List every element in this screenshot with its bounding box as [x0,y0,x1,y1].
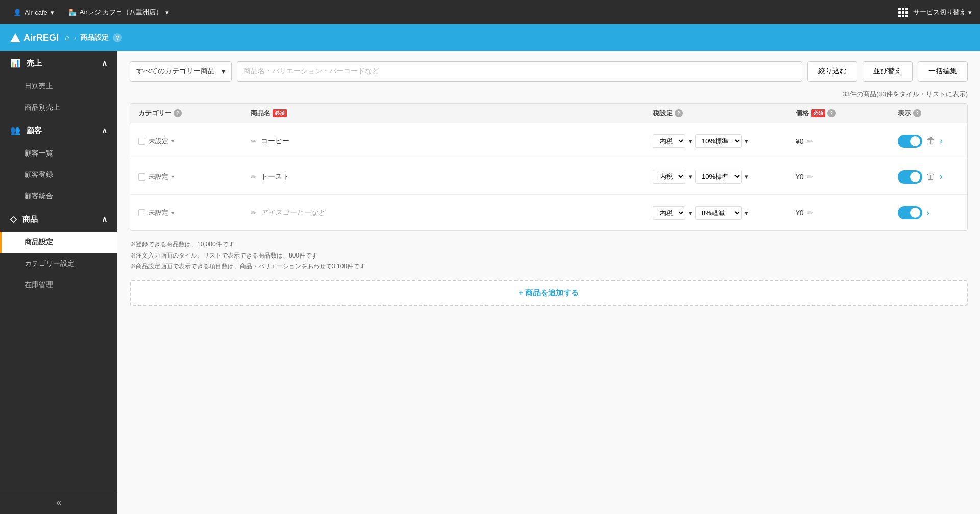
sort-button[interactable]: 並び替え [863,61,913,82]
row3-price: ¥0 [796,209,804,217]
category-filter-label: すべてのカテゴリー商品 [136,67,215,76]
row1-category-arrow[interactable]: ▾ [172,138,174,144]
sidebar-item-customers[interactable]: 👥 顧客 ∧ [0,118,117,143]
category-filter-select[interactable]: すべてのカテゴリー商品 ▾ [130,61,232,82]
row3-category-arrow[interactable]: ▾ [172,210,174,216]
sub-header: AirREGI ⌂ › 商品設定 ? [0,24,980,51]
table-row: 未設定 ▾ ✏ コーヒー 内税外税 ▾ 10%標準8%軽減 ▾ [130,123,967,159]
category-help-icon[interactable]: ? [174,109,182,117]
row3-product-name: アイスコーヒーなど [261,208,325,217]
row2-display-toggle[interactable] [898,170,922,184]
table-row: 未設定 ▾ ✏ アイスコーヒーなど 内税外税 ▾ 10%標準8%軽減 ▾ [130,195,967,230]
breadcrumb-separator: › [74,34,77,42]
narrow-down-button[interactable]: 絞り込む [807,61,857,82]
breadcrumb: ⌂ › 商品設定 ? [65,33,122,42]
row1-tax-rate-select[interactable]: 10%標準8%軽減 [695,134,742,148]
sidebar-item-customer-list[interactable]: 顧客一覧 [0,143,117,164]
inventory-label: 在庫管理 [24,280,53,289]
row2-price-cell: ¥0 ✏ [796,173,898,181]
row1-detail-arrow[interactable]: › [940,136,943,146]
products-icon: ◇ [10,215,16,223]
store-icon: 🏪 [68,9,77,16]
product-name-required-badge: 必須 [273,109,287,117]
collapse-icon: « [56,497,61,508]
row3-price-edit-icon[interactable]: ✏ [807,209,813,217]
tax-help-icon[interactable]: ? [675,109,683,117]
header-category: カテゴリー ? [138,109,251,118]
search-placeholder-text: 商品名・バリエーション・バーコードなど [243,67,379,76]
count-info: 33件の商品(33件をタイル・リストに表示) [130,90,968,99]
daily-sales-label: 日別売上 [24,82,53,90]
row2-tax-type-select[interactable]: 内税外税 [653,170,685,184]
row3-tax-cell: 内税外税 ▾ 10%標準8%軽減 ▾ [653,206,796,220]
sidebar-item-products[interactable]: ◇ 商品 ∧ [0,207,117,232]
row3-display-cell: › [898,206,959,219]
note-2: ※注文入力画面のタイル、リストで表示できる商品数は、800件です [130,250,968,262]
service-switch[interactable]: サービス切り替え ▾ [898,8,972,17]
row3-price-cell: ¥0 ✏ [796,209,898,217]
sidebar-item-category-settings[interactable]: カテゴリー設定 [0,253,117,274]
note-1: ※登録できる商品数は、10,000件です [130,239,968,250]
sidebar-item-customer-register[interactable]: 顧客登録 [0,164,117,186]
sidebar-item-daily-sales[interactable]: 日別売上 [0,75,117,97]
store-chevron: ▾ [165,9,169,16]
sidebar-item-product-settings[interactable]: 商品設定 [0,232,117,253]
row1-tax-type-select[interactable]: 内税外税 [653,134,685,148]
sidebar-collapse-button[interactable]: « [0,491,117,514]
row1-price-edit-icon[interactable]: ✏ [807,137,813,145]
row1-checkbox[interactable] [138,138,145,145]
bulk-edit-button[interactable]: 一括編集 [918,61,968,82]
row3-checkbox[interactable] [138,209,145,216]
row2-detail-arrow[interactable]: › [940,171,943,182]
row3-category-label: 未設定 [149,208,168,217]
row2-price: ¥0 [796,173,804,181]
home-icon[interactable]: ⌂ [65,33,70,42]
logo-text: AirREGI [23,33,59,43]
row1-display-cell: 🗑 › [898,135,959,148]
row1-price-cell: ¥0 ✏ [796,137,898,145]
row3-category-cell: 未設定 ▾ [138,208,251,217]
row3-display-toggle[interactable] [898,206,922,219]
row2-checkbox[interactable] [138,173,145,181]
price-help-icon[interactable]: ? [827,109,836,117]
top-bar: 👤 Air-cafe ▾ 🏪 Airレジ カフェ（八重洲店） ▾ サービス切り替… [0,0,980,24]
main-content: すべてのカテゴリー商品 ▾ 商品名・バリエーション・バーコードなど 絞り込む 並… [117,51,980,514]
display-help-icon[interactable]: ? [913,109,921,117]
row2-tax-rate-select[interactable]: 10%標準8%軽減 [695,170,742,184]
row3-tax-type-select[interactable]: 内税外税 [653,206,685,220]
sidebar-customers-label: 顧客 [27,126,42,135]
customer-merge-label: 顧客統合 [24,192,53,200]
category-filter-chevron: ▾ [222,67,225,75]
row3-detail-arrow[interactable]: › [926,208,929,218]
account-switcher[interactable]: 👤 Air-cafe ▾ [8,6,59,19]
sidebar-item-customer-merge[interactable]: 顧客統合 [0,186,117,207]
row2-name-edit-icon[interactable]: ✏ [251,173,257,181]
row1-tax-cell: 内税外税 ▾ 10%標準8%軽減 ▾ [653,134,796,148]
row2-category-arrow[interactable]: ▾ [172,174,174,179]
add-product-button[interactable]: + 商品を追加する [130,280,968,306]
product-settings-label: 商品設定 [24,238,53,246]
row2-tax-rate-chevron: ▾ [745,173,748,181]
row3-name-edit-icon[interactable]: ✏ [251,209,257,217]
logo-triangle [10,33,20,42]
notes-section: ※登録できる商品数は、10,000件です ※注文入力画面のタイル、リストで表示で… [130,239,968,272]
store-label: Airレジ カフェ（八重洲店） [80,8,163,17]
row1-delete-icon[interactable]: 🗑 [926,136,936,146]
row1-category-cell: 未設定 ▾ [138,137,251,146]
sidebar-item-product-sales[interactable]: 商品別売上 [0,97,117,118]
row3-tax-rate-select[interactable]: 10%標準8%軽減 [695,206,742,220]
row1-display-toggle[interactable] [898,135,922,148]
sidebar-section-products: ◇ 商品 ∧ 商品設定 カテゴリー設定 在庫管理 [0,207,117,296]
sidebar-item-inventory[interactable]: 在庫管理 [0,274,117,296]
product-search-input[interactable]: 商品名・バリエーション・バーコードなど [237,61,802,82]
row1-name-edit-icon[interactable]: ✏ [251,137,257,145]
table-header: カテゴリー ? 商品名 必須 税設定 ? 価格 必須 ? 表示 [130,104,967,123]
customers-icon: 👥 [10,126,20,135]
page-help-button[interactable]: ? [113,33,122,42]
store-switcher[interactable]: 🏪 Airレジ カフェ（八重洲店） ▾ [63,5,175,20]
row1-tax-rate-chevron: ▾ [745,137,748,145]
sidebar-item-sales[interactable]: 📊 売上 ∧ [0,51,117,75]
row2-price-edit-icon[interactable]: ✏ [807,173,813,181]
category-settings-label: カテゴリー設定 [24,259,75,267]
row2-delete-icon[interactable]: 🗑 [926,171,936,182]
